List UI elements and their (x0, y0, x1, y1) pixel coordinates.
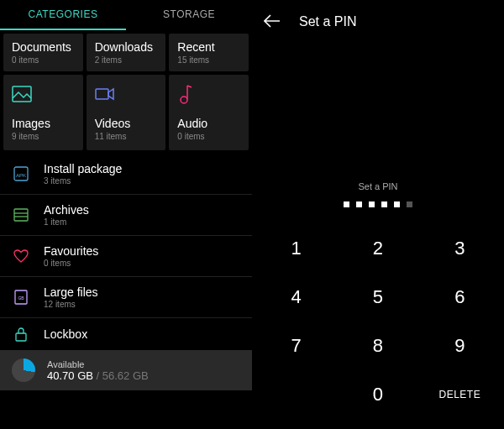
storage-pie-icon (12, 358, 35, 382)
list-item-largefiles[interactable]: GB Large files 12 items (0, 277, 252, 318)
list-text: Lockbox (44, 327, 240, 341)
key-6[interactable]: 6 (419, 273, 501, 322)
back-arrow-icon[interactable] (264, 13, 284, 32)
key-2[interactable]: 2 (337, 224, 418, 273)
list-text: Archives 1 item (44, 203, 240, 227)
key-3[interactable]: 3 (419, 224, 501, 273)
tab-storage[interactable]: STORAGE (126, 0, 252, 30)
pin-header: Set a PIN (252, 0, 504, 44)
list-text: Install package 3 items (44, 162, 240, 186)
list-sub: 3 items (44, 176, 240, 186)
tile-videos[interactable]: Videos 11 items (87, 75, 166, 150)
images-icon (12, 81, 75, 107)
list-title: Lockbox (44, 327, 240, 341)
heart-icon (12, 249, 30, 263)
svg-rect-5 (14, 209, 28, 221)
tile-audio[interactable]: Audio 0 items (169, 75, 249, 150)
key-1[interactable]: 1 (255, 224, 337, 273)
tile-sub: 15 items (177, 55, 240, 65)
pin-dot-empty (407, 201, 412, 207)
tile-sub: 0 items (12, 55, 75, 65)
list-title: Install package (44, 162, 240, 175)
list-item-install[interactable]: APK Install package 3 items (0, 154, 252, 195)
file-manager-pane: CATEGORIES STORAGE Documents 0 items Dow… (0, 0, 252, 429)
largefile-icon: GB (12, 290, 30, 305)
key-9[interactable]: 9 (419, 322, 501, 370)
key-4[interactable]: 4 (255, 273, 337, 322)
svg-rect-10 (16, 333, 26, 341)
tile-title: Images (12, 117, 75, 130)
lock-icon (12, 327, 30, 342)
list-title: Favourites (44, 244, 240, 258)
category-list: APK Install package 3 items Archives 1 i… (0, 150, 252, 350)
list-sub: 12 items (44, 300, 240, 309)
svg-point-2 (181, 97, 187, 103)
list-item-archives[interactable]: Archives 1 item (0, 195, 252, 236)
svg-text:APK: APK (16, 173, 26, 178)
pin-dot (394, 201, 400, 207)
tile-sub: 0 items (177, 132, 240, 141)
list-title: Archives (44, 203, 240, 217)
svg-rect-1 (96, 89, 108, 99)
list-item-favourites[interactable]: Favourites 0 items (0, 236, 252, 277)
audio-icon (177, 81, 240, 107)
pin-display: Set a PIN (252, 44, 504, 224)
tile-documents[interactable]: Documents 0 items (3, 34, 83, 71)
pin-dot (344, 201, 349, 207)
apk-icon: APK (12, 166, 30, 181)
tile-sub: 9 items (12, 132, 75, 141)
tile-sub: 11 items (95, 132, 158, 141)
tile-title: Videos (95, 117, 158, 130)
storage-used: 40.70 GB (47, 369, 93, 382)
videos-icon (95, 81, 158, 107)
pin-pane: Set a PIN Set a PIN 1 2 3 4 5 6 7 8 9 0 … (252, 0, 504, 429)
storage-summary[interactable]: Available 40.70 GB / 56.62 GB (0, 350, 252, 390)
list-sub: 1 item (44, 217, 240, 227)
storage-total: 56.62 GB (102, 369, 149, 382)
pin-dot (381, 201, 387, 207)
key-0[interactable]: 0 (337, 370, 418, 419)
list-sub: 0 items (44, 259, 240, 268)
list-text: Favourites 0 items (44, 244, 240, 268)
storage-values: 40.70 GB / 56.62 GB (47, 369, 149, 382)
pin-dots (344, 201, 412, 207)
tile-title: Audio (177, 117, 240, 130)
list-title: Large files (44, 285, 240, 299)
svg-rect-0 (13, 86, 31, 102)
keypad: 1 2 3 4 5 6 7 8 9 0 DELETE (252, 224, 504, 419)
tabs: CATEGORIES STORAGE (0, 0, 252, 30)
tile-downloads[interactable]: Downloads 2 items (87, 34, 166, 71)
key-empty (255, 370, 337, 419)
tile-title: Recent (177, 40, 240, 54)
tile-recent[interactable]: Recent 15 items (169, 34, 249, 71)
key-7[interactable]: 7 (255, 322, 337, 370)
storage-sep: / (93, 369, 102, 382)
archive-icon (12, 208, 30, 222)
list-item-lockbox[interactable]: Lockbox (0, 318, 252, 350)
tab-categories[interactable]: CATEGORIES (0, 0, 126, 30)
storage-label: Available (47, 359, 149, 369)
pin-title: Set a PIN (299, 14, 356, 29)
key-delete[interactable]: DELETE (419, 370, 501, 419)
storage-text: Available 40.70 GB / 56.62 GB (47, 359, 149, 382)
pin-hint: Set a PIN (358, 181, 397, 191)
list-text: Large files 12 items (44, 285, 240, 309)
pin-dot (369, 201, 375, 207)
pin-dot (356, 201, 362, 207)
svg-text:GB: GB (18, 296, 24, 301)
tile-title: Documents (12, 40, 75, 54)
category-tiles: Documents 0 items Downloads 2 items Rece… (0, 30, 252, 150)
tile-title: Downloads (95, 40, 158, 54)
key-8[interactable]: 8 (337, 322, 418, 370)
tile-images[interactable]: Images 9 items (3, 75, 83, 150)
tile-sub: 2 items (95, 55, 158, 65)
key-5[interactable]: 5 (337, 273, 418, 322)
